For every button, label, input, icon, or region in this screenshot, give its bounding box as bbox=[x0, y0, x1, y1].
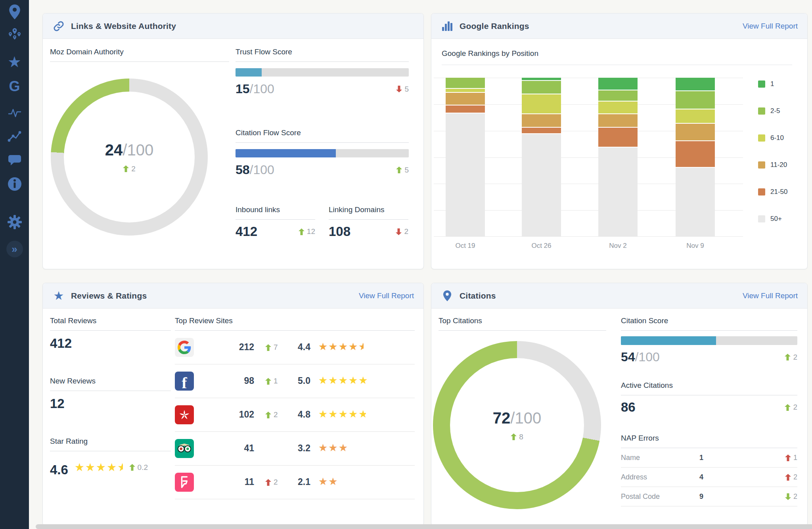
bar-segment-pos-21-50 bbox=[446, 105, 485, 113]
review-delta: 2 bbox=[265, 478, 278, 487]
foursquare-logo-icon bbox=[175, 473, 194, 492]
legend-label: 6-10 bbox=[770, 134, 784, 142]
sidebar-item-map-rankings[interactable] bbox=[0, 26, 29, 44]
panel-title: Links & Website Authority bbox=[71, 21, 176, 31]
legend-item-1: 1 bbox=[758, 80, 787, 88]
nap-name-delta: 1 bbox=[785, 454, 797, 462]
panel-title: Citations bbox=[460, 291, 496, 301]
active-citations-label: Active Citations bbox=[621, 381, 797, 395]
top-review-sites: Top Review Sites 212 7 bbox=[175, 316, 415, 499]
review-site-row-yelp[interactable]: 102 2 4.8 ★★★★★ bbox=[175, 398, 415, 432]
sidebar-item-locations[interactable] bbox=[0, 4, 29, 21]
x-axis-label: Oct 26 bbox=[518, 242, 565, 250]
bar-segment-pos-6-10 bbox=[676, 109, 715, 124]
inbound-links-label: Inbound links bbox=[236, 205, 315, 220]
sidebar-item-info[interactable] bbox=[0, 176, 29, 194]
review-site-row-foursquare[interactable]: 11 2 2.1 ★★ bbox=[175, 466, 415, 499]
rankings-view-full-report-link[interactable]: View Full Report bbox=[743, 22, 798, 31]
new-reviews-label: New Reviews bbox=[50, 377, 171, 391]
google-logo-icon bbox=[175, 338, 194, 357]
link-icon bbox=[52, 20, 65, 33]
panel-title: Google Rankings bbox=[460, 21, 529, 31]
trust-flow-delta: 5 bbox=[396, 85, 409, 94]
nap-row-postal-code: Postal Code 9 2 bbox=[621, 487, 797, 506]
active-citations-value: 86 bbox=[621, 400, 636, 415]
citation-score-label: Citation Score bbox=[621, 316, 797, 331]
bar-segment-pos-21-50 bbox=[598, 128, 638, 148]
sidebar-item-messages[interactable] bbox=[0, 152, 29, 170]
review-delta: 1 bbox=[265, 377, 278, 385]
location-pin-icon bbox=[9, 4, 21, 21]
bar-segment-pos-2-5 bbox=[446, 78, 485, 89]
review-rating: 5.0 bbox=[298, 376, 310, 386]
info-icon bbox=[8, 177, 22, 193]
x-axis-label: Nov 2 bbox=[594, 242, 642, 250]
bar-segment-pos-6-10 bbox=[522, 94, 561, 114]
bar-segment-pos-11-20 bbox=[676, 124, 715, 141]
sidebar-item-settings[interactable] bbox=[0, 214, 29, 232]
linking-domains-label: Linking Domains bbox=[329, 205, 408, 220]
horizontal-scrollbar[interactable] bbox=[36, 524, 812, 529]
trust-flow-block: Trust Flow Score 15/100 5 bbox=[236, 48, 409, 96]
panel-citations: Citations View Full Report Top Citations… bbox=[431, 283, 808, 526]
nap-row-address: Address 4 2 bbox=[621, 468, 797, 487]
bar-segment-pos-11-20 bbox=[598, 114, 638, 128]
star-rating-value: 4.6 bbox=[50, 462, 68, 477]
bar-segment-pos-1 bbox=[676, 78, 715, 91]
bar-segment-pos-50+ bbox=[446, 113, 485, 237]
review-site-row-tripadvisor[interactable]: 41 3.2 ★★★ bbox=[175, 432, 415, 466]
citation-score-value: 54/100 bbox=[621, 350, 660, 364]
top-citations-score: 72/100 bbox=[493, 409, 541, 427]
review-stars: ★★ bbox=[318, 476, 339, 487]
bar-segment-pos-50+ bbox=[676, 168, 715, 237]
rankings-legend: 12-56-1011-2021-5050+ bbox=[758, 80, 787, 223]
review-site-row-facebook[interactable]: f 98 1 5.0 ★★★★★ bbox=[175, 364, 415, 398]
sidebar-nav: ★ G bbox=[0, 0, 29, 529]
sidebar-item-activity[interactable] bbox=[0, 105, 29, 122]
citation-flow-score: 58/100 bbox=[236, 163, 274, 177]
rankings-bar-nov-2 bbox=[598, 78, 638, 237]
panel-citations-header: Citations View Full Report bbox=[431, 283, 807, 309]
sidebar-item-google[interactable]: G bbox=[0, 78, 29, 95]
legend-label: 2-5 bbox=[770, 107, 780, 115]
rankings-bar-nov-9 bbox=[676, 78, 715, 237]
legend-swatch bbox=[758, 161, 765, 169]
facebook-logo-icon: f bbox=[175, 372, 194, 391]
links-stats-row: Inbound links 412 12 Linking Domains 108 bbox=[236, 205, 409, 239]
bar-segment-pos-2-5 bbox=[522, 81, 561, 94]
review-rating: 4.8 bbox=[298, 409, 310, 420]
sidebar-item-trends[interactable] bbox=[0, 128, 29, 146]
linking-domains-value: 108 bbox=[329, 224, 350, 239]
bar-segment-pos-21-50 bbox=[676, 141, 715, 167]
x-axis-label: Nov 9 bbox=[672, 242, 719, 250]
citation-flow-block: Citation Flow Score 58/100 5 bbox=[236, 128, 409, 177]
legend-label: 21-50 bbox=[770, 188, 787, 196]
bar-chart-icon bbox=[441, 20, 454, 33]
review-stars: ★★★★★ bbox=[318, 341, 364, 352]
top-citations-label: Top Citations bbox=[439, 316, 606, 331]
sidebar-collapse-button[interactable]: » bbox=[0, 240, 29, 258]
citation-score-delta: 2 bbox=[785, 353, 797, 362]
review-site-row-google[interactable]: 212 7 4.4 ★★★★★ bbox=[175, 331, 415, 364]
panel-rankings-header: Google Rankings View Full Report bbox=[431, 13, 807, 39]
citations-view-full-report-link[interactable]: View Full Report bbox=[743, 291, 798, 300]
legend-swatch bbox=[758, 80, 765, 88]
star-rating-stars: ★★★★★ bbox=[75, 462, 123, 473]
legend-swatch bbox=[758, 107, 765, 115]
review-rating: 4.4 bbox=[298, 342, 310, 353]
inbound-links-stat: Inbound links 412 12 bbox=[236, 205, 315, 239]
reviews-view-full-report-link[interactable]: View Full Report bbox=[359, 291, 414, 300]
bar-segment-pos-6-10 bbox=[446, 89, 485, 93]
bar-segment-pos-50+ bbox=[598, 148, 638, 237]
review-count: 98 bbox=[218, 376, 254, 386]
map-pins-cluster-icon bbox=[7, 27, 22, 43]
review-stars: ★★★ bbox=[318, 443, 349, 453]
trust-flow-score: 15/100 bbox=[236, 82, 274, 96]
active-citations-delta: 2 bbox=[785, 403, 797, 412]
collapse-chevrons-icon: » bbox=[6, 241, 23, 257]
bar-segment-pos-21-50 bbox=[522, 128, 561, 134]
sidebar-item-reviews[interactable]: ★ bbox=[0, 53, 29, 71]
review-rating: 3.2 bbox=[298, 443, 310, 454]
panel-links-header: Links & Website Authority bbox=[43, 13, 423, 39]
star-rating-stat: Star Rating 4.6 ★★★★★ 0.2 bbox=[50, 437, 171, 477]
